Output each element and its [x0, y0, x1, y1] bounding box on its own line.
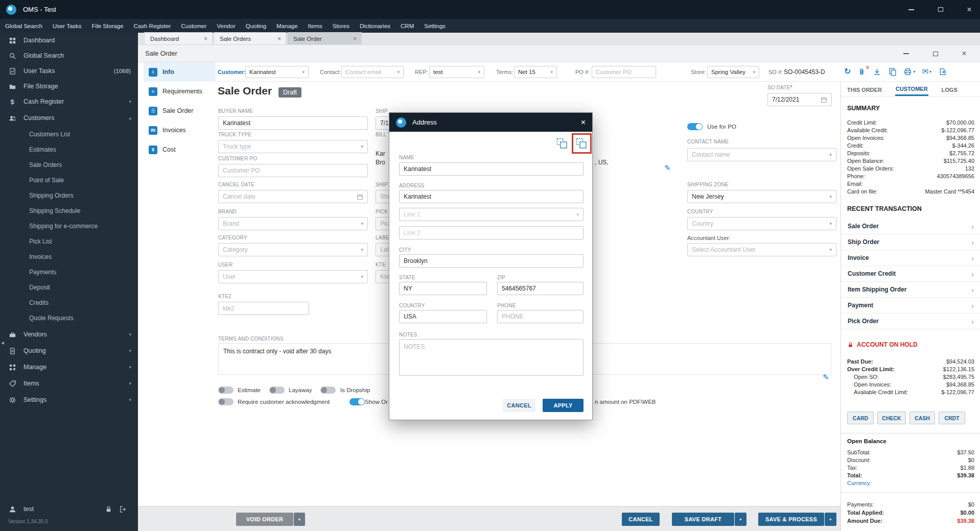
so-date-input[interactable]: 7/12/2021	[767, 93, 832, 106]
sidebar-item-cash-register[interactable]: $ Cash Register ▾	[0, 94, 138, 109]
sidebar-item-invoices[interactable]: Invoices	[0, 249, 138, 264]
app-minimize-button[interactable]	[903, 4, 919, 15]
user-select[interactable]: User▾	[218, 270, 368, 283]
panel-tab-customer[interactable]: CUSTOMER	[895, 83, 928, 96]
sidebar-item-customers-list[interactable]: Customers List	[0, 127, 138, 142]
close-icon[interactable]: ×	[581, 118, 586, 127]
credit-button[interactable]: CRDT	[939, 412, 965, 424]
address-line2-input[interactable]: Line 2	[399, 226, 584, 239]
menu-user-tasks[interactable]: User Tasks	[48, 19, 87, 33]
tab-sale-orders[interactable]: Sale Orders×	[214, 32, 286, 44]
modal-apply-button[interactable]: APPLY	[543, 399, 584, 412]
panel-tab-this-order[interactable]: THIS ORDER	[847, 87, 882, 93]
sidebar-item-vendors[interactable]: Vendors ▾	[0, 327, 138, 342]
sidebar-item-file-storage[interactable]: File Storage	[0, 79, 138, 94]
sidebar-item-shipping-schedule[interactable]: Shipping Schedule	[0, 203, 138, 219]
rep-select[interactable]: test▾	[429, 66, 484, 78]
tab-sale-order[interactable]: Sale Order×	[287, 32, 362, 44]
sidebar-item-items[interactable]: Items ▾	[0, 376, 138, 391]
sidebar-item-deposit[interactable]: Deposit	[0, 280, 138, 295]
sidebar-item-quote-requests[interactable]: Quote Requests	[0, 310, 138, 326]
save-draft-button[interactable]: SAVE DRAFT	[672, 513, 734, 526]
kte2-input[interactable]: kte2	[218, 302, 309, 315]
lock-icon[interactable]	[105, 505, 112, 513]
email-button[interactable]: ✉▾	[922, 67, 931, 76]
save-process-button[interactable]: SAVE & PROCESS	[758, 513, 824, 526]
export-icon[interactable]	[938, 67, 947, 76]
country-input[interactable]: USA	[399, 310, 487, 323]
balance-row-currency[interactable]: Currency:	[847, 479, 974, 487]
sidebar-item-manage[interactable]: Manage ▾	[0, 359, 138, 375]
void-order-dropdown[interactable]: ▾	[294, 513, 305, 526]
menu-settings[interactable]: Settings	[419, 19, 451, 33]
copy-address-icon[interactable]	[556, 137, 568, 150]
nav-item-cost[interactable]: $Cost	[144, 140, 216, 159]
menu-manage[interactable]: Manage	[271, 19, 303, 33]
nav-item-invoices[interactable]: INInvoices	[144, 120, 216, 140]
tab-dashboard[interactable]: Dashboard×	[144, 32, 213, 44]
recent-item-pick-order[interactable]: Pick Order›	[841, 313, 980, 329]
logout-icon[interactable]	[119, 505, 127, 513]
truck-type-select[interactable]: Truck type▾	[218, 140, 368, 153]
edit-bill-to-pencil-icon[interactable]: ✎	[664, 163, 671, 173]
sidebar-item-shipping-ecommerce[interactable]: Shipping for e-commerce	[0, 219, 138, 234]
recent-item-invoice[interactable]: Invoice›	[841, 250, 980, 266]
sidebar-item-customers[interactable]: Customers ▴	[0, 110, 138, 126]
panel-tab-logs[interactable]: LOGS	[942, 87, 958, 93]
name-input[interactable]: Karinatest	[399, 162, 584, 176]
menu-global-search[interactable]: Global Search	[0, 19, 48, 33]
address-line1-select[interactable]: Line 1▾	[399, 208, 584, 221]
menu-vendor[interactable]: Vendor	[212, 19, 240, 33]
save-process-dropdown[interactable]: ▾	[825, 513, 836, 526]
recent-item-item-shipping-order[interactable]: Item Shipping Order›	[841, 282, 980, 298]
copy-icon[interactable]	[888, 67, 897, 76]
sidebar-item-shipping-orders[interactable]: Shipping Orders	[0, 188, 138, 203]
nav-item-info[interactable]: iInfo	[144, 62, 216, 82]
require-ack-toggle[interactable]	[218, 398, 234, 405]
menu-dictionaries[interactable]: Dictionaries	[355, 19, 395, 33]
menu-customer[interactable]: Customer	[176, 19, 212, 33]
customer-po-input[interactable]: Customer PO	[218, 164, 368, 177]
city-input[interactable]: Brooklyn	[399, 254, 584, 268]
is-dropship-toggle[interactable]	[320, 387, 336, 394]
download-icon[interactable]	[873, 67, 881, 76]
menu-items[interactable]: Items	[303, 19, 328, 33]
print-button[interactable]: ▾	[903, 67, 915, 76]
nav-item-sale-order[interactable]: ☰Sale Order	[144, 101, 216, 120]
terms-select[interactable]: Net 15▾	[514, 66, 557, 78]
sidebar-item-user-tasks[interactable]: User Tasks (1068)	[0, 63, 138, 79]
sidebar-item-pick-list[interactable]: Pick List	[0, 234, 138, 249]
save-draft-dropdown[interactable]: ▾	[735, 513, 746, 526]
app-maximize-button[interactable]	[933, 4, 948, 15]
close-icon[interactable]: ×	[353, 35, 357, 42]
country-select[interactable]: Country▾	[687, 217, 836, 230]
menu-file-storage[interactable]: File Storage	[87, 19, 129, 33]
shipping-zone-select[interactable]: New Jersey▾	[687, 190, 836, 203]
card-button[interactable]: CARD	[847, 412, 874, 424]
use-for-po-toggle[interactable]	[687, 123, 703, 130]
sidebar-item-quoting[interactable]: Quoting ▾	[0, 343, 138, 358]
customer-select[interactable]: Karinatest▾	[245, 66, 309, 78]
cancel-button[interactable]: CANCEL	[622, 513, 660, 526]
menu-crm[interactable]: CRM	[395, 19, 419, 33]
sidebar-item-credits[interactable]: Credits	[0, 295, 138, 310]
menu-quoting[interactable]: Quoting	[241, 19, 271, 33]
recent-item-ship-order[interactable]: Ship Order›	[841, 234, 980, 250]
notes-textarea[interactable]: NOTES	[399, 339, 584, 376]
void-order-button[interactable]: VOID ORDER	[236, 513, 293, 526]
window-restore-button[interactable]	[928, 48, 943, 59]
po-number-input[interactable]: Customer PO	[592, 66, 656, 78]
contact-select[interactable]: Contact email▾	[341, 66, 404, 78]
cash-button[interactable]: CASH	[909, 412, 935, 424]
menu-cash-register[interactable]: Cash Register	[129, 19, 176, 33]
sidebar-item-dashboard[interactable]: Dashboard	[0, 33, 138, 48]
sidebar-item-sale-orders[interactable]: Sale Orders	[0, 157, 138, 173]
contact-name-select[interactable]: Contact name▾	[687, 148, 836, 161]
address-input[interactable]: Karinatest	[399, 190, 584, 203]
app-close-button[interactable]: ×	[962, 4, 977, 15]
window-close-button[interactable]: ×	[956, 48, 972, 59]
recent-item-sale-order[interactable]: Sale Order›	[841, 219, 980, 234]
edit-terms-pencil-icon[interactable]: ✎	[823, 373, 829, 382]
sidebar-item-estimates[interactable]: Estimates	[0, 142, 138, 157]
sidebar-item-global-search[interactable]: Global Search	[0, 48, 138, 63]
